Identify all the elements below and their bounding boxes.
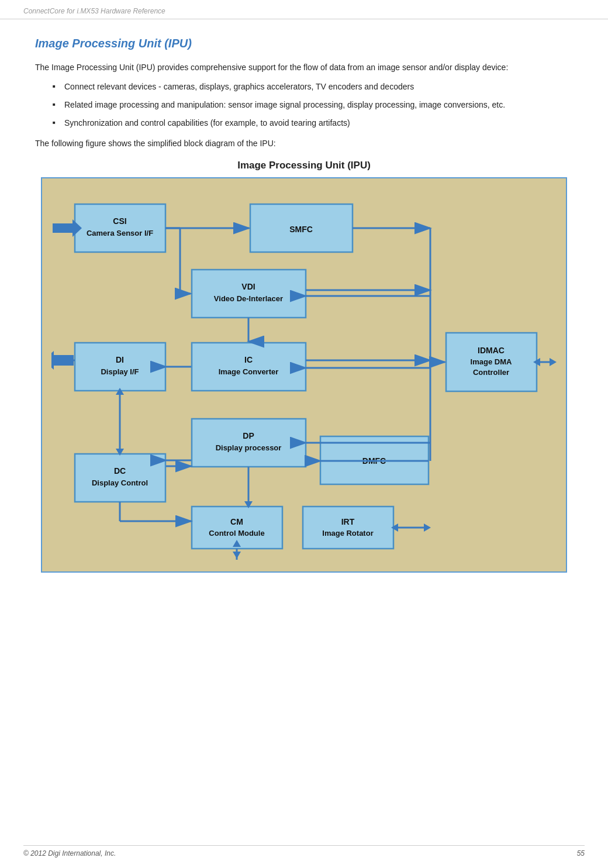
bullet-list: Connect relevant devices - cameras, disp… [53,81,573,129]
diagram-container: CSI Camera Sensor I/F SMFC VDI Video De-… [41,177,567,573]
svg-rect-27 [75,454,165,502]
page-footer: © 2012 Digi International, Inc. 55 [23,845,585,857]
svg-text:Display processor: Display processor [216,443,282,452]
bullet-item-1: Connect relevant devices - cameras, disp… [53,81,573,93]
svg-marker-72 [550,358,557,366]
svg-text:Image DMA: Image DMA [471,357,512,366]
svg-text:Display Control: Display Control [92,478,148,487]
svg-text:SMFC: SMFC [289,225,313,234]
intro-paragraph: The Image Processing Unit (IPU) provides… [35,61,573,74]
svg-rect-4 [75,204,165,252]
svg-marker-64 [424,523,431,532]
svg-text:Control Module: Control Module [209,529,264,538]
svg-text:CM: CM [230,517,243,526]
svg-rect-51 [51,355,74,366]
svg-rect-22 [192,419,306,467]
svg-rect-33 [303,507,393,549]
svg-text:Video De-Interlacer: Video De-Interlacer [214,294,283,303]
svg-text:CSI: CSI [113,216,126,226]
bullet-item-2: Related image processing and manipulatio… [53,99,573,111]
svg-text:IRT: IRT [341,517,355,526]
main-content: Image Processing Unit (IPU) The Image Pr… [0,19,608,608]
svg-rect-36 [53,223,72,233]
figure-intro: The following figure shows the simplifie… [35,139,573,148]
svg-rect-9 [192,270,306,318]
svg-rect-15 [192,343,306,391]
svg-text:Image Converter: Image Converter [219,367,279,376]
svg-text:Camera Sensor I/F: Camera Sensor I/F [87,229,153,237]
section-title: Image Processing Unit (IPU) [35,37,573,50]
diagram-title: Image Processing Unit (IPU) [35,160,573,171]
footer-copyright: © 2012 Digi International, Inc. [23,849,116,857]
svg-text:Controller: Controller [473,368,509,377]
svg-rect-12 [75,343,165,391]
svg-text:Image Rotator: Image Rotator [322,529,373,538]
svg-text:DP: DP [243,431,254,440]
svg-marker-52 [51,351,54,370]
svg-marker-68 [233,552,241,559]
ipu-diagram-svg: CSI Camera Sensor I/F SMFC VDI Video De-… [51,188,559,562]
svg-text:Display I/F: Display I/F [101,367,139,376]
svg-text:DC: DC [114,466,126,476]
svg-text:VDI: VDI [241,282,255,291]
bullet-item-3: Synchronization and control capabilities… [53,117,573,129]
footer-page-number: 55 [577,849,585,857]
svg-text:DI: DI [116,355,124,364]
page-header: ConnectCore for i.MX53 Hardware Referenc… [0,0,608,19]
svg-text:IDMAC: IDMAC [478,346,505,355]
svg-text:IC: IC [244,355,253,364]
